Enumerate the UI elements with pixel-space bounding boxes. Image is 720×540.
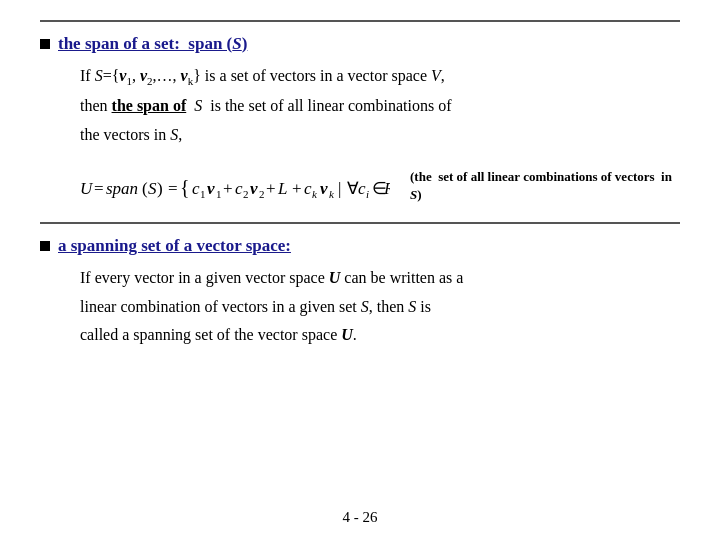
svg-text:c: c (192, 179, 200, 198)
svg-text:+: + (223, 179, 233, 198)
svg-text:L: L (277, 179, 287, 198)
svg-text:+: + (266, 179, 276, 198)
svg-text:+: + (292, 179, 302, 198)
svg-text:c: c (304, 179, 312, 198)
svg-text:R: R (383, 179, 390, 198)
section1-para2: then the span of S is the set of all lin… (80, 94, 680, 119)
svg-text:span: span (106, 179, 138, 198)
section2-para2: linear combination of vectors in a given… (80, 295, 680, 320)
svg-text:v: v (320, 179, 328, 198)
bullet-icon (40, 39, 50, 49)
section1-para3: the vectors in S, (80, 123, 680, 148)
svg-text:v: v (207, 179, 215, 198)
section1-header: the span of a set: span (S) (40, 34, 680, 54)
section2-body: If every vector in a given vector space … (80, 266, 680, 348)
page-container: the span of a set: span (S) If S={v1, v2… (0, 0, 720, 540)
svg-text:2: 2 (243, 188, 249, 200)
formula-area: U = span ( S ) = { c 1 v 1 + c 2 v 2 + L… (80, 162, 680, 210)
svg-text:{: { (180, 176, 190, 198)
section1-body: If S={v1, v2,…, vk} is a set of vectors … (80, 64, 680, 148)
svg-text:=: = (94, 179, 104, 198)
svg-text:): ) (157, 179, 163, 198)
section1-para1: If S={v1, v2,…, vk} is a set of vectors … (80, 64, 680, 90)
svg-text:S: S (148, 179, 157, 198)
svg-text:1: 1 (216, 188, 222, 200)
svg-text:i: i (366, 188, 369, 200)
section2-title: a spanning set of a vector space: (58, 236, 291, 256)
section2-para3: called a spanning set of the vector spac… (80, 323, 680, 348)
svg-text:1: 1 (200, 188, 206, 200)
svg-text:k: k (329, 188, 335, 200)
svg-text:v: v (250, 179, 258, 198)
svg-text:=: = (168, 179, 178, 198)
bullet2-icon (40, 241, 50, 251)
formula-note: (the set of all linear combinations of v… (410, 168, 680, 204)
page-number: 4 - 26 (343, 509, 378, 525)
svg-text:k: k (312, 188, 318, 200)
page-footer: 4 - 26 (0, 509, 720, 526)
svg-text:c: c (358, 179, 366, 198)
top-divider (40, 20, 680, 22)
formula-svg: U = span ( S ) = { c 1 v 1 + c 2 v 2 + L… (80, 162, 390, 210)
section2-header: a spanning set of a vector space: (40, 236, 680, 256)
svg-text:|: | (338, 179, 341, 198)
middle-divider (40, 222, 680, 224)
section1-title: the span of a set: span (S) (58, 34, 247, 54)
svg-text:c: c (235, 179, 243, 198)
section2-para1: If every vector in a given vector space … (80, 266, 680, 291)
svg-text:2: 2 (259, 188, 265, 200)
svg-text:U: U (80, 179, 94, 198)
